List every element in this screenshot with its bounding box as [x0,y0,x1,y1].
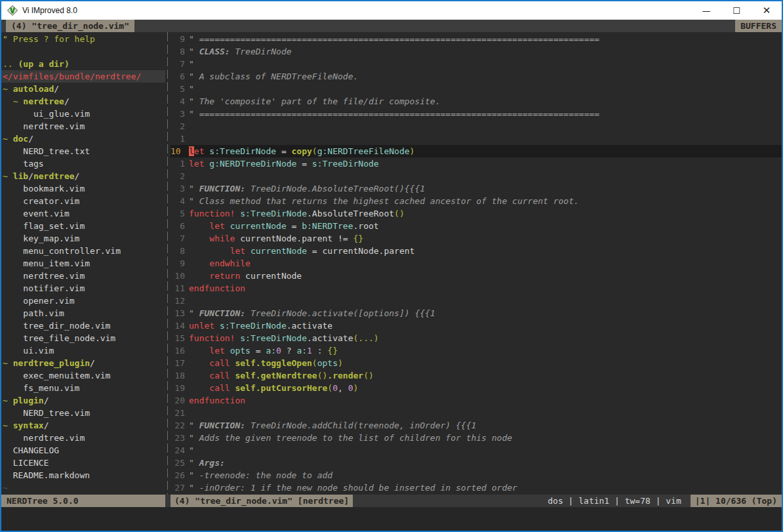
code-line[interactable]: 14unlet s:TreeDirNode.activate [171,319,782,332]
code-line[interactable]: 16 let opts = a:0 ? a:1 : {} [171,344,782,357]
code-line[interactable]: 25" Args: [171,457,782,469]
tree-item[interactable]: nerdtree.vim [1,270,165,282]
tab-tree-dir-node[interactable]: (4) "tree_dir_node.vim" [6,20,134,32]
tree-item[interactable]: nerdtree.vim [1,432,165,444]
tree-item[interactable]: tree_file_node.vim [1,332,165,344]
tree-item[interactable]: ui.vim [1,344,165,357]
code-line[interactable]: 2 [171,170,782,182]
code-line[interactable]: 19 call self.putCursorHere(0, 0) [171,382,782,394]
code-line[interactable]: 27" -inOrder: 1 if the new node should b… [171,481,782,494]
tree-item[interactable]: menu_controller.vim [1,245,165,257]
tree-item[interactable]: event.vim [1,207,165,220]
tree-item[interactable]: LICENCE [1,457,165,469]
tree-item[interactable]: NERD_tree.vim [1,407,165,419]
tree-item[interactable]: path.vim [1,307,165,319]
code-line[interactable]: 7 while currentNode.parent != {} [171,232,782,245]
tree-item[interactable]: ui_glue.vim [1,108,165,120]
text-segment-file: path.vim [3,308,64,318]
tree-item[interactable]: </vimfiles/bundle/nerdtree/ [1,70,165,83]
text-segment-help: " Press ? for help [3,34,95,44]
code-line[interactable]: 9 endwhile [171,257,782,270]
tree-item[interactable]: opener.vim [1,295,165,307]
line-number: 7 [171,58,185,70]
tree-item[interactable]: exec_menuitem.vim [1,369,165,382]
code-text: unlet s:TreeDirNode.activate [189,319,782,332]
tree-item[interactable]: flag_set.vim [1,220,165,232]
tree-item[interactable]: ~ nerdtree/ [1,95,165,108]
code-text: endfunction [189,282,782,295]
line-number: 12 [171,295,185,307]
code-line[interactable]: 9" =====================================… [171,33,782,45]
tree-item[interactable]: key_map.vim [1,232,165,245]
tree-item[interactable]: ~ syntax/ [1,419,165,432]
code-line[interactable]: 21 [171,407,782,419]
code-line[interactable]: 10 return currentNode [171,270,782,282]
code-line[interactable]: 6" A subclass of NERDTreeFileNode. [171,70,782,83]
tree-item[interactable]: bookmark.vim [1,182,165,195]
tree-item[interactable]: fs_menu.vim [1,382,165,394]
code-line[interactable]: 23" Adds the given treenode to the list … [171,432,782,444]
text-segment-tx [245,246,251,256]
code-line[interactable]: 2 [171,120,782,133]
line-number: 8 [171,245,185,257]
code-line[interactable]: 1 [171,133,782,145]
tree-item[interactable]: creator.vim [1,195,165,207]
line-number: 17 [171,357,185,369]
code-line[interactable]: 12 [171,295,782,307]
code-text [189,407,782,419]
tree-item[interactable]: " Press ? for help [1,33,165,45]
code-line[interactable]: 1let g:NERDTreeDirNode = s:TreeDirNode [171,157,782,170]
tree-item[interactable]: NERD_tree.txt [1,145,165,157]
code-line[interactable]: 3" FUNCTION: TreeDirNode.AbsoluteTreeRoo… [171,182,782,195]
code-line[interactable]: 5function! s:TreeDirNode.AbsoluteTreeRoo… [171,207,782,220]
text-segment-id: b:NERDTree [302,221,353,231]
tree-item[interactable] [1,45,165,58]
tree-item[interactable]: tree_dir_node.vim [1,319,165,332]
buffers-tab[interactable]: BUFFERS [735,20,782,32]
code-line[interactable]: 5" [171,83,782,95]
tree-item[interactable]: menu_item.vim [1,257,165,270]
window-controls: — ☐ ✕ [691,1,782,20]
code-line[interactable]: 18 call self.getNerdtree().render() [171,369,782,382]
tree-item[interactable]: nerdtree.vim [1,120,165,133]
code-text: function! s:TreeDirNode.activate(...) [189,332,782,344]
text-segment-help: .. [3,59,13,69]
tree-item[interactable]: README.markdown [1,469,165,481]
text-segment-file: nerdtree.vim [3,433,85,443]
tree-item[interactable]: CHANGELOG [1,444,165,457]
code-line[interactable]: 8" CLASS: TreeDirNode [171,45,782,58]
tree-item[interactable]: notifier.vim [1,282,165,295]
code-line[interactable]: 11endfunction [171,282,782,295]
tree-item[interactable]: tags [1,157,165,170]
code-line[interactable]: 6 let currentNode = b:NERDTree.root [171,220,782,232]
tree-item[interactable]: ~ autoload/ [1,83,165,95]
text-segment-cmb: FUNCTION: [199,308,245,318]
code-line[interactable]: 22" FUNCTION: TreeDirNode.addChild(treen… [171,419,782,432]
code-line[interactable]: 3" =====================================… [171,108,782,120]
text-segment-kw: let [209,346,224,356]
tree-item[interactable]: ~ lib/nerdtree/ [1,170,165,182]
tree-item[interactable]: ~ doc/ [1,133,165,145]
text-segment-dirb: doc [13,134,28,144]
code-line[interactable]: 7" [171,58,782,70]
minimize-button[interactable]: — [691,1,721,20]
tree-item[interactable]: .. (up a dir) [1,58,165,70]
code-line[interactable]: 15function! s:TreeDirNode.activate(...) [171,332,782,344]
tree-item[interactable]: ~ [1,481,165,494]
text-segment-kw: call [209,383,230,393]
code-line[interactable]: 10let s:TreeDirNode = copy(g:NERDTreeFil… [171,145,782,157]
text-segment-slash: / [28,134,33,144]
code-line[interactable]: 20endfunction [171,394,782,407]
tree-item[interactable]: ~ plugin/ [1,394,165,407]
code-line[interactable]: 24" [171,444,782,457]
close-button[interactable]: ✕ [752,1,782,20]
code-line[interactable]: 17 call self.toggleOpen(opts) [171,357,782,369]
code-line[interactable]: 26" -treenode: the node to add [171,469,782,481]
maximize-button[interactable]: ☐ [721,1,752,20]
window-separator[interactable] [165,32,171,495]
code-line[interactable]: 8 let currentNode = currentNode.parent [171,245,782,257]
code-line[interactable]: 13" FUNCTION: TreeDirNode.activate([opti… [171,307,782,319]
code-line[interactable]: 4" The 'composite' part of the file/dir … [171,95,782,108]
tree-item[interactable]: ~ nerdtree_plugin/ [1,357,165,369]
code-line[interactable]: 4" Class method that returns the highest… [171,195,782,207]
